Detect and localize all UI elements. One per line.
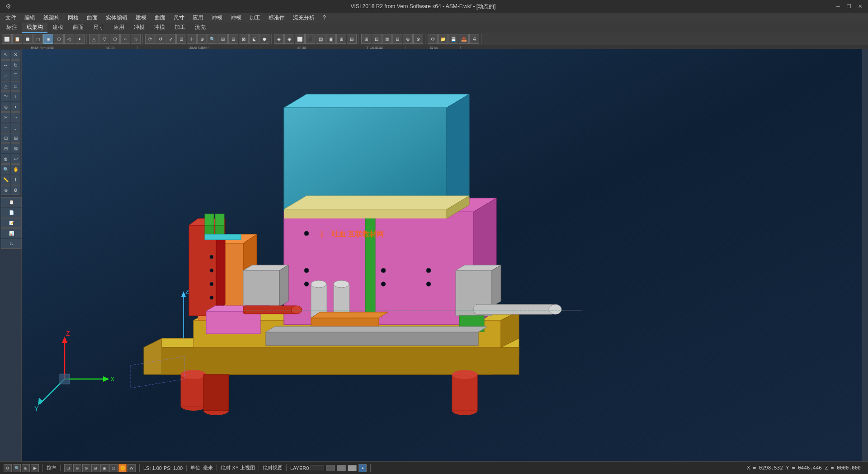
left-btn-curve[interactable]: 〜 xyxy=(1,91,10,101)
tb-view-8[interactable]: ⊟ xyxy=(347,34,357,44)
tb-img-3[interactable]: ⤢ xyxy=(166,34,176,44)
tb-shape-4[interactable]: ○ xyxy=(120,34,130,44)
left-btn-line[interactable]: ⟋ xyxy=(1,71,10,81)
tb-wp-6[interactable]: ⊗ xyxy=(413,34,423,44)
tb-img-7[interactable]: 🔍 xyxy=(208,34,217,44)
left-btn-extra-1[interactable]: 📋 xyxy=(1,197,22,207)
tab-wireframe[interactable]: 线架构 xyxy=(22,23,47,33)
left-btn-extra-3[interactable]: 📝 xyxy=(1,218,22,228)
menu-standard-parts[interactable]: 标准件 xyxy=(265,13,288,23)
left-btn-arc[interactable]: ⌒ xyxy=(11,71,20,81)
status-icon-mid-2[interactable]: ⊕ xyxy=(73,464,81,472)
tb-sys-3[interactable]: 💾 xyxy=(448,34,458,44)
left-btn-extend[interactable]: → xyxy=(11,112,20,122)
tb-btn-3[interactable]: 🔲 xyxy=(23,34,33,44)
left-btn-layer[interactable]: ⊕ xyxy=(1,185,10,195)
tb-shape-1[interactable]: △ xyxy=(89,34,99,44)
tab-stamp2[interactable]: 冲模 xyxy=(150,23,170,33)
tb-shape-2[interactable]: ▽ xyxy=(99,34,109,44)
tb-view-4[interactable]: ⬛ xyxy=(305,34,315,44)
status-icon-1[interactable]: ⚙ xyxy=(4,464,12,472)
menu-machining[interactable]: 加工 xyxy=(246,13,264,23)
tb-view-7[interactable]: ⊞ xyxy=(336,34,346,44)
tb-wp-2[interactable]: ⊡ xyxy=(372,34,382,44)
left-btn-extra-2[interactable]: 📄 xyxy=(1,208,22,218)
left-btn-offset[interactable]: ⊡ xyxy=(1,133,10,143)
status-icon-mid-1[interactable]: ⊡ xyxy=(64,464,72,472)
left-btn-extra-4[interactable]: 📊 xyxy=(1,228,22,238)
tb-img-12[interactable]: ⏺ xyxy=(259,34,269,44)
menu-dimension[interactable]: 尺寸 xyxy=(170,13,188,23)
status-icon-mid-5[interactable]: ▣ xyxy=(100,464,108,472)
tab-stamp[interactable]: 冲模 xyxy=(129,23,149,33)
status-view-abs[interactable]: 绝对视图 xyxy=(263,465,287,471)
menu-apply[interactable]: 应用 xyxy=(189,13,207,23)
tb-btn-8[interactable]: ✦ xyxy=(75,34,85,44)
menu-flow-analysis[interactable]: 流充分析 xyxy=(289,13,318,23)
menu-file[interactable]: 文件 xyxy=(2,13,20,23)
status-icon-4[interactable]: ▶ xyxy=(31,464,39,472)
left-btn-info[interactable]: ℹ xyxy=(11,175,20,185)
left-btn-fillet[interactable]: ⌣ xyxy=(1,123,10,133)
tb-img-1[interactable]: ⟳ xyxy=(145,34,155,44)
left-btn-select2[interactable]: ✕ xyxy=(11,50,20,60)
tb-img-10[interactable]: ⊠ xyxy=(239,34,249,44)
tb-sys-2[interactable]: 📁 xyxy=(438,34,448,44)
tb-btn-2[interactable]: 📋 xyxy=(12,34,22,44)
left-btn-array[interactable]: ⊟ xyxy=(1,143,10,153)
status-icon-last[interactable]: ● xyxy=(359,464,367,472)
left-btn-snap[interactable]: ⊕ xyxy=(1,102,10,112)
tb-img-8[interactable]: ⊞ xyxy=(218,34,228,44)
menu-help[interactable]: ? xyxy=(319,14,330,22)
tb-sys-4[interactable]: 📤 xyxy=(459,34,469,44)
tb-btn-4[interactable]: ◻ xyxy=(33,34,43,44)
menu-surface2[interactable]: 曲面 xyxy=(151,13,169,23)
tb-btn-1[interactable]: ⬜ xyxy=(2,34,12,44)
tb-btn-7[interactable]: ◎ xyxy=(64,34,74,44)
tab-machining[interactable]: 加工 xyxy=(170,23,190,33)
left-btn-pan[interactable]: ✋ xyxy=(11,164,20,174)
tb-img-11[interactable]: ⬕ xyxy=(249,34,259,44)
tb-sys-1[interactable]: ⚙ xyxy=(428,34,438,44)
left-btn-chamfer[interactable]: ⌟ xyxy=(11,123,20,133)
tb-view-5[interactable]: ▤ xyxy=(316,34,326,44)
tb-sys-5[interactable]: 🖨 xyxy=(469,34,479,44)
tab-modeling[interactable]: 建模 xyxy=(48,23,68,33)
left-btn-poly[interactable]: △ xyxy=(1,81,10,91)
status-icon-mid-8[interactable]: W xyxy=(127,464,136,472)
menu-modeling[interactable]: 建模 xyxy=(132,13,150,23)
menu-mesh[interactable]: 网格 xyxy=(64,13,82,23)
status-view-xy[interactable]: 绝对 XY 上视图 xyxy=(221,465,259,471)
status-icon-mid-3[interactable]: ⊗ xyxy=(82,464,90,472)
tab-surface[interactable]: 曲面 xyxy=(68,23,88,33)
tb-shape-3[interactable]: ⬡ xyxy=(110,34,120,44)
status-icon-mid-6[interactable]: ◎ xyxy=(109,464,118,472)
tb-shape-5[interactable]: ◇ xyxy=(131,34,141,44)
status-icon-2[interactable]: 🔍 xyxy=(13,464,21,472)
left-btn-select[interactable]: ↖ xyxy=(1,50,10,60)
tb-btn-cube-solid[interactable]: ■ xyxy=(43,34,53,44)
status-layer[interactable]: LAYER0 ● xyxy=(290,464,371,472)
left-btn-undo[interactable]: ↩ xyxy=(11,154,20,164)
tb-img-4[interactable]: ⊡ xyxy=(176,34,186,44)
close-button[interactable]: ✕ xyxy=(855,2,864,11)
menu-edit[interactable]: 编辑 xyxy=(21,13,39,23)
tb-img-9[interactable]: ⊟ xyxy=(228,34,238,44)
tab-annotation[interactable]: 标注 xyxy=(2,23,22,33)
status-icon-mid-4[interactable]: ⊞ xyxy=(91,464,99,472)
tb-view-6[interactable]: ▣ xyxy=(326,34,336,44)
left-btn-point[interactable]: • xyxy=(11,102,20,112)
status-icon-3[interactable]: ⊞ xyxy=(22,464,30,472)
left-btn-prop[interactable]: ⚙ xyxy=(11,185,20,195)
left-btn-measure[interactable]: 📏 xyxy=(1,175,10,185)
tb-wp-5[interactable]: ⊕ xyxy=(403,34,413,44)
tb-wp-3[interactable]: ⊠ xyxy=(382,34,392,44)
left-btn-scale[interactable]: ⊠ xyxy=(11,143,20,153)
tb-btn-6[interactable]: ⬡ xyxy=(54,34,64,44)
restore-button[interactable]: ❐ xyxy=(844,2,854,11)
tb-wp-4[interactable]: ⊟ xyxy=(392,34,402,44)
left-btn-move[interactable]: ↔ xyxy=(1,60,10,70)
tb-wp-1[interactable]: ⊞ xyxy=(361,34,371,44)
left-btn-dim[interactable]: ↕ xyxy=(11,91,20,101)
tb-img-2[interactable]: ↺ xyxy=(156,34,165,44)
